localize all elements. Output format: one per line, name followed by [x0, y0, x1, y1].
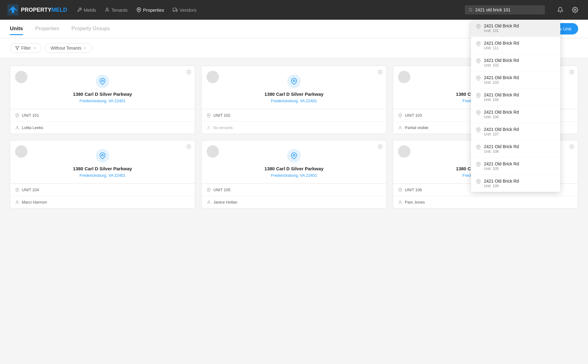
card-pin-icon — [287, 75, 301, 88]
svg-point-6 — [176, 11, 177, 12]
svg-point-7 — [469, 8, 472, 11]
filter-icon — [15, 46, 19, 50]
avatar — [207, 71, 219, 83]
card-city: Fredericksburg, VA 22401 — [271, 173, 317, 178]
nav-tenants[interactable]: Tenants — [105, 6, 128, 14]
svg-point-35 — [400, 126, 401, 127]
location-pin-icon — [476, 93, 481, 99]
nav-properties[interactable]: Properties — [136, 6, 164, 14]
card-gear-icon[interactable] — [186, 144, 191, 150]
autocomplete-item[interactable]: 2421 Old Brick Rd Unit: 108 — [471, 140, 560, 158]
person-icon — [207, 126, 211, 130]
autocomplete-item[interactable]: 2421 Old Brick Rd Unit: 109 — [471, 175, 560, 192]
no-tenant-row: No tenants — [202, 121, 386, 134]
nav-vendors[interactable]: Vendors — [173, 6, 196, 14]
unit-number-row: UNIT 101 — [10, 109, 195, 121]
search-icon — [469, 8, 473, 12]
unit-card[interactable]: 1380 Carl D Silver Parkway Fredericksbur… — [10, 140, 195, 208]
card-address: 1380 Carl D Silver Parkway — [264, 166, 324, 172]
unit-location-icon — [15, 188, 19, 192]
unit-location-icon — [398, 113, 402, 118]
autocomplete-item[interactable]: 2421 Old Brick Rd Unit: 101 — [471, 20, 560, 37]
autocomplete-item[interactable]: 2421 Old Brick Rd Unit: 105 — [471, 158, 560, 175]
svg-point-17 — [478, 146, 479, 148]
svg-point-11 — [478, 43, 479, 44]
unit-location-icon — [398, 188, 402, 192]
svg-point-9 — [574, 9, 576, 11]
unit-card[interactable]: 1380 Carl D Silver Parkway Fredericksbur… — [10, 66, 195, 134]
location-pin-icon — [476, 179, 481, 185]
svg-point-37 — [102, 154, 103, 156]
svg-point-28 — [380, 71, 381, 73]
svg-point-46 — [400, 189, 401, 190]
unit-card[interactable]: 1380 Carl D Silver Parkway Fredericksbur… — [201, 66, 387, 134]
location-pin-icon — [476, 127, 481, 134]
autocomplete-item[interactable]: 2421 Old Brick Rd Unit: 102 — [471, 54, 560, 71]
location-pin-icon — [476, 145, 481, 151]
card-gear-icon[interactable] — [378, 144, 383, 150]
svg-point-19 — [478, 181, 479, 182]
autocomplete-item[interactable]: 2421 Old Brick Rd Unit: 111 — [471, 37, 560, 54]
tenant-row: Pam Jones — [393, 196, 578, 208]
logo-text: PROPERTYMELD — [21, 7, 67, 13]
location-pin-icon — [476, 59, 481, 65]
tab-properties[interactable]: Properties — [35, 23, 59, 35]
location-pin-icon — [476, 24, 481, 30]
tab-units[interactable]: Units — [10, 23, 23, 35]
autocomplete-dropdown: 2421 Old Brick Rd Unit: 101 2421 Old Bri… — [471, 20, 560, 192]
nav-melds[interactable]: Melds — [77, 6, 96, 14]
svg-point-18 — [478, 164, 479, 165]
autocomplete-item[interactable]: 2421 Old Brick Rd Unit: 106 — [471, 106, 560, 123]
unit-location-icon — [207, 113, 211, 118]
svg-point-44 — [571, 146, 572, 147]
person-icon — [15, 200, 19, 204]
tenant-row: Lolita Leeks — [10, 121, 195, 134]
logo[interactable]: PROPERTYMELD — [7, 4, 67, 15]
autocomplete-item[interactable]: 2421 Old Brick Rd Unit: 107 — [471, 123, 560, 140]
svg-point-30 — [208, 115, 209, 116]
unit-card[interactable]: 1380 Carl D Silver Parkway Fredericksbur… — [201, 140, 387, 208]
avatar — [398, 71, 410, 83]
person-icon — [15, 126, 19, 130]
svg-point-14 — [478, 95, 479, 96]
svg-point-40 — [380, 146, 381, 147]
svg-point-16 — [478, 129, 479, 130]
card-gear-icon[interactable] — [569, 144, 574, 150]
autocomplete-item[interactable]: 2421 Old Brick Rd Unit: 104 — [471, 89, 560, 106]
search-input[interactable] — [475, 7, 541, 12]
settings-gear-button[interactable] — [570, 4, 581, 15]
search-bar[interactable] — [465, 5, 545, 14]
svg-point-5 — [173, 11, 174, 12]
filter-dropdown[interactable]: Filter — [10, 43, 42, 53]
svg-point-12 — [478, 60, 479, 61]
avatar — [15, 71, 27, 83]
svg-point-26 — [17, 115, 18, 116]
svg-point-27 — [17, 126, 18, 127]
card-address: 1380 Carl D Silver Parkway — [264, 91, 324, 97]
person-icon — [398, 200, 402, 204]
svg-point-38 — [17, 189, 18, 190]
svg-point-10 — [478, 26, 479, 27]
card-footer: UNIT 101 Lolita Leeks — [10, 109, 195, 134]
card-gear-icon[interactable] — [569, 70, 574, 76]
svg-point-41 — [293, 154, 295, 156]
chevron-down-icon — [33, 46, 36, 50]
autocomplete-item[interactable]: 2421 Old Brick Rd Unit: 103 — [471, 71, 560, 89]
without-tenants-filter[interactable]: Without Tenants — [45, 43, 92, 53]
avatar — [207, 145, 219, 158]
card-gear-icon[interactable] — [186, 70, 191, 76]
svg-marker-4 — [176, 9, 178, 10]
card-header: 1380 Carl D Silver Parkway Fredericksbur… — [202, 66, 386, 109]
card-pin-icon — [287, 149, 301, 163]
svg-point-25 — [102, 80, 103, 82]
svg-point-32 — [571, 71, 572, 73]
location-pin-icon — [476, 41, 481, 47]
avatar — [15, 145, 27, 158]
card-gear-icon[interactable] — [378, 70, 383, 76]
svg-point-34 — [400, 115, 401, 116]
tab-property-groups[interactable]: Property Groups — [71, 23, 110, 35]
card-footer: UNIT 102 No tenants — [202, 109, 386, 134]
svg-point-43 — [208, 200, 210, 202]
notification-bell-button[interactable] — [555, 4, 566, 15]
svg-point-24 — [188, 71, 189, 73]
